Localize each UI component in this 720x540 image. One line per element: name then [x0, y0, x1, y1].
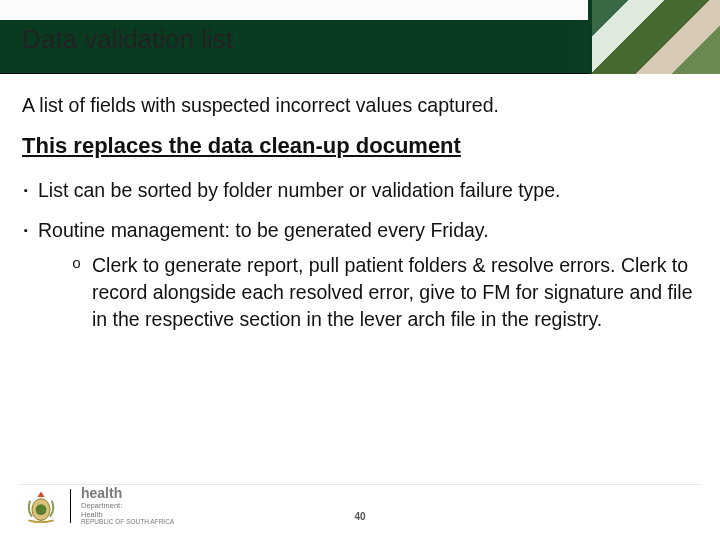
title-bar: Data validation list	[0, 0, 720, 74]
page-number: 40	[354, 511, 365, 522]
dept-sub1: Department:	[81, 502, 174, 510]
list-item-text: Clerk to generate report, pull patient f…	[92, 254, 692, 331]
coat-of-arms-icon	[20, 487, 62, 525]
list-item-text: List can be sorted by folder number or v…	[38, 179, 560, 201]
dept-name: health	[81, 486, 174, 500]
slide: Data validation list A list of fields wi…	[0, 0, 720, 540]
header-photo	[588, 0, 720, 74]
slide-title: Data validation list	[22, 24, 233, 55]
list-item: Routine management: to be generated ever…	[24, 217, 698, 333]
dept-sub3: REPUBLIC OF SOUTH AFRICA	[81, 519, 174, 526]
svg-rect-1	[36, 504, 47, 515]
bullet-list: List can be sorted by folder number or v…	[22, 177, 698, 334]
list-item: List can be sorted by folder number or v…	[24, 177, 698, 203]
list-item-text: Routine management: to be generated ever…	[38, 219, 489, 241]
intro-text: A list of fields with suspected incorrec…	[22, 94, 698, 117]
sub-list: Clerk to generate report, pull patient f…	[38, 252, 698, 334]
slide-body: A list of fields with suspected incorrec…	[0, 74, 720, 334]
replaces-heading: This replaces the data clean-up document	[22, 133, 698, 159]
department-block: health Department: Health REPUBLIC OF SO…	[70, 489, 174, 523]
list-item: Clerk to generate report, pull patient f…	[72, 252, 698, 334]
